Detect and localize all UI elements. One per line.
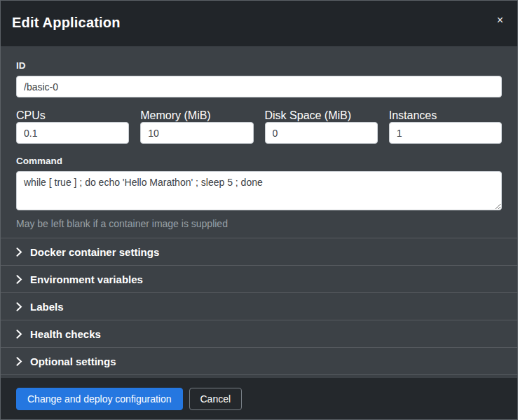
section-labels[interactable]: Labels (1, 293, 517, 320)
section-label: Labels (30, 301, 64, 313)
instances-field-group: Instances (389, 109, 502, 144)
cancel-button[interactable]: Cancel (189, 388, 243, 410)
modal-footer: Change and deploy configuration Cancel (1, 378, 517, 419)
chevron-right-icon (16, 248, 22, 257)
memory-field-group: Memory (MiB) (140, 109, 253, 144)
memory-input[interactable] (140, 122, 253, 144)
command-label: Command (16, 156, 502, 166)
command-input[interactable]: while [ true ] ; do echo 'Hello Marathon… (16, 171, 502, 210)
cpus-field-group: CPUs (16, 109, 129, 144)
command-help-text: May be left blank if a container image i… (16, 218, 502, 229)
close-icon[interactable]: × (491, 12, 509, 29)
cpus-input[interactable] (16, 122, 129, 144)
id-label: ID (16, 60, 502, 71)
section-label: Health checks (30, 328, 101, 340)
edit-application-form: ID CPUs Memory (MiB) Disk Space (MiB) In… (1, 46, 517, 238)
section-docker-container-settings[interactable]: Docker container settings (1, 238, 517, 266)
chevron-right-icon (16, 330, 22, 339)
section-health-checks[interactable]: Health checks (1, 320, 517, 348)
section-label: Docker container settings (30, 246, 159, 258)
modal-title: Edit Application (12, 15, 506, 31)
id-input[interactable] (16, 76, 502, 97)
disk-space-field-group: Disk Space (MiB) (265, 109, 378, 144)
edit-application-modal: Edit Application × ID CPUs Memory (MiB) … (0, 0, 518, 420)
disk-space-input[interactable] (265, 122, 378, 144)
disk-space-label: Disk Space (MiB) (265, 109, 352, 121)
chevron-right-icon (16, 357, 22, 366)
modal-header: Edit Application × (1, 1, 517, 46)
resources-row: CPUs Memory (MiB) Disk Space (MiB) Insta… (16, 109, 502, 144)
instances-label: Instances (389, 109, 437, 121)
section-environment-variables[interactable]: Environment variables (1, 266, 517, 293)
section-label: Optional settings (30, 355, 116, 367)
command-field-group: Command while [ true ] ; do echo 'Hello … (16, 156, 502, 229)
instances-input[interactable] (389, 122, 502, 144)
accordion-sections: Docker container settings Environment va… (1, 238, 517, 378)
memory-label: Memory (MiB) (140, 109, 210, 121)
section-label: Environment variables (30, 273, 143, 285)
cpus-label: CPUs (16, 109, 46, 121)
section-optional-settings[interactable]: Optional settings (1, 348, 517, 375)
chevron-right-icon (16, 302, 22, 311)
change-and-deploy-button[interactable]: Change and deploy configuration (16, 388, 183, 410)
id-field-group: ID (16, 60, 502, 97)
chevron-right-icon (16, 275, 22, 284)
